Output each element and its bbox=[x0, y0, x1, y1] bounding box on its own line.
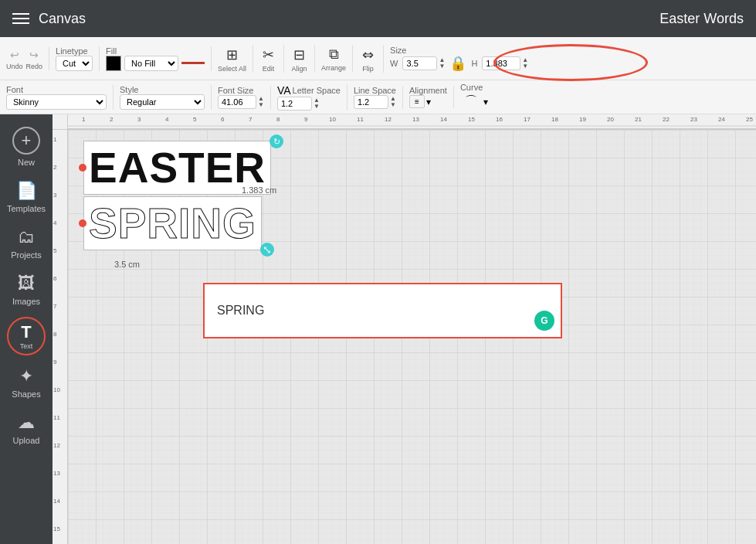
size-h-input[interactable] bbox=[482, 56, 520, 70]
fill-color-swatch[interactable] bbox=[106, 56, 121, 71]
vruler-4: 4 bbox=[53, 219, 56, 226]
curve-label: Curve bbox=[460, 83, 488, 92]
sidebar-item-upload[interactable]: ☁ Upload bbox=[0, 406, 53, 451]
sidebar-item-projects[interactable]: 🗂 Projects bbox=[0, 221, 53, 266]
vruler-3: 3 bbox=[53, 192, 56, 199]
projects-icon: 🗂 bbox=[18, 227, 35, 247]
font-size-group: Font Size ▲ ▼ bbox=[218, 86, 271, 109]
canvas-content[interactable]: EASTER ↻ SPRING ⤡ bbox=[68, 130, 756, 544]
sidebar-text-label: Text bbox=[20, 342, 33, 350]
header: Canvas Easter Words bbox=[0, 0, 756, 37]
linetype-group: Linetype Cut bbox=[56, 46, 100, 71]
vruler-5: 5 bbox=[53, 247, 56, 254]
line-space-input[interactable] bbox=[354, 95, 388, 109]
grammarly-icon: G bbox=[534, 311, 554, 331]
size-label: Size bbox=[390, 46, 528, 55]
canvas-with-vruler: 1 2 3 4 5 6 7 8 9 10 11 12 13 14 15 16 bbox=[53, 130, 756, 544]
templates-icon: 📄 bbox=[16, 181, 37, 201]
spring-selected-box[interactable]: SPRING G bbox=[203, 283, 562, 338]
linetype-label: Linetype bbox=[56, 46, 93, 56]
size-group: Size W ▲ ▼ 🔒 H ▲ ▼ bbox=[390, 46, 534, 72]
size-w-label: W bbox=[390, 59, 398, 68]
sidebar-projects-label: Projects bbox=[11, 250, 42, 260]
size-h-label: H bbox=[471, 59, 477, 68]
sidebar-item-text[interactable]: T Text bbox=[0, 314, 53, 359]
font-size-spinner[interactable]: ▲ ▼ bbox=[258, 96, 264, 108]
undo-button[interactable]: ↩ bbox=[7, 47, 22, 63]
undo-label: Undo bbox=[6, 63, 23, 70]
ruler-row: // tick marks drawn via JS below 1 2 3 4… bbox=[53, 114, 756, 130]
sidebar-item-templates[interactable]: 📄 Templates bbox=[0, 175, 53, 219]
line-color-indicator bbox=[181, 62, 205, 64]
redo-label: Redo bbox=[26, 63, 43, 70]
align-button[interactable]: ⊟ bbox=[290, 45, 308, 65]
spring-text-container[interactable]: SPRING ⤡ bbox=[83, 196, 262, 250]
height-label: 1.383 cm bbox=[242, 185, 276, 195]
ruler-corner bbox=[53, 114, 68, 130]
spring-text-box: SPRING bbox=[83, 196, 262, 250]
font-size-input[interactable] bbox=[218, 95, 256, 109]
size-w-spinner[interactable]: ▲ ▼ bbox=[439, 57, 445, 70]
letter-space-input[interactable] bbox=[277, 97, 312, 110]
spring-left-handle[interactable] bbox=[79, 219, 86, 227]
undo-redo-group: ↩ Undo ↪ Redo bbox=[6, 47, 49, 70]
spring-resize-handle[interactable]: ⤡ bbox=[260, 243, 274, 257]
horizontal-ruler: // tick marks drawn via JS below 1 2 3 4… bbox=[68, 114, 756, 129]
letter-space-icon: VA bbox=[277, 84, 291, 97]
fill-select[interactable]: No Fill bbox=[124, 56, 178, 71]
flip-button[interactable]: ⇔ bbox=[359, 45, 377, 65]
shapes-icon: ✦ bbox=[19, 366, 33, 386]
edit-group: ✂ Edit bbox=[259, 45, 284, 73]
size-w-input[interactable] bbox=[402, 56, 437, 70]
sidebar-item-shapes[interactable]: ✦ Shapes bbox=[0, 360, 53, 405]
sidebar-item-new[interactable]: + New bbox=[0, 121, 53, 173]
alignment-label: Alignment bbox=[409, 86, 447, 95]
sidebar-upload-label: Upload bbox=[13, 436, 40, 445]
font-select[interactable]: Skinny bbox=[6, 94, 107, 110]
toolbar-row2: Font Skinny Style Regular Font Size ▲ ▼ bbox=[0, 80, 756, 114]
sidebar-item-images[interactable]: 🖼 Images bbox=[0, 267, 53, 312]
size-h-spinner[interactable]: ▲ ▼ bbox=[522, 57, 528, 70]
sidebar-images-label: Images bbox=[12, 297, 40, 306]
lock-icon: 🔒 bbox=[449, 55, 466, 72]
sidebar: + New 📄 Templates 🗂 Projects 🖼 Images T … bbox=[0, 114, 53, 544]
redo-button[interactable]: ↪ bbox=[26, 47, 42, 63]
select-all-button[interactable]: ⊞ bbox=[223, 45, 241, 65]
line-space-spinner[interactable]: ▲ ▼ bbox=[390, 96, 396, 108]
style-select[interactable]: Regular bbox=[120, 94, 205, 110]
curve-dropdown[interactable]: ▾ bbox=[483, 97, 488, 107]
align-label: Align bbox=[292, 65, 307, 73]
alignment-dropdown[interactable]: ▾ bbox=[426, 97, 431, 107]
easter-rotate-handle[interactable]: ↻ bbox=[270, 134, 283, 148]
text-active-circle: T Text bbox=[7, 317, 46, 355]
sidebar-templates-label: Templates bbox=[7, 204, 46, 213]
new-icon: + bbox=[12, 127, 40, 155]
alignment-group: Alignment ≡ ▾ bbox=[409, 86, 454, 108]
main-layout: + New 📄 Templates 🗂 Projects 🖼 Images T … bbox=[0, 114, 756, 544]
header-canvas-label: Canvas bbox=[39, 11, 659, 27]
curve-group: Curve ⌒ ▾ bbox=[460, 83, 488, 111]
font-label: Font bbox=[6, 85, 107, 94]
canvas-area: // tick marks drawn via JS below 1 2 3 4… bbox=[53, 114, 756, 544]
hamburger-menu[interactable] bbox=[12, 13, 29, 24]
sidebar-new-label: New bbox=[18, 158, 35, 167]
curve-button[interactable]: ⌒ bbox=[460, 92, 482, 111]
vruler-7: 7 bbox=[53, 303, 56, 310]
flip-group: ⇔ Flip bbox=[359, 45, 384, 73]
spring-text-outline: SPRING bbox=[89, 199, 256, 247]
edit-label: Edit bbox=[263, 65, 275, 73]
easter-left-handle[interactable] bbox=[79, 164, 86, 172]
line-space-label: Line Space bbox=[354, 86, 396, 95]
header-project-name: Easter Words bbox=[659, 11, 744, 27]
edit-button[interactable]: ✂ bbox=[259, 45, 277, 65]
letter-space-group: VA Letter Space ▲ ▼ bbox=[277, 84, 347, 110]
line-space-group: Line Space ▲ ▼ bbox=[354, 86, 403, 109]
width-label: 3.5 cm bbox=[114, 260, 140, 269]
linetype-select[interactable]: Cut bbox=[56, 56, 93, 71]
align-left-button[interactable]: ≡ bbox=[409, 95, 425, 108]
vruler-10: 10 bbox=[53, 386, 60, 393]
vruler-14: 14 bbox=[53, 498, 60, 505]
letter-space-spinner[interactable]: ▲ ▼ bbox=[314, 97, 320, 110]
style-label: Style bbox=[120, 85, 205, 94]
arrange-button[interactable]: ⧉ bbox=[326, 45, 342, 64]
